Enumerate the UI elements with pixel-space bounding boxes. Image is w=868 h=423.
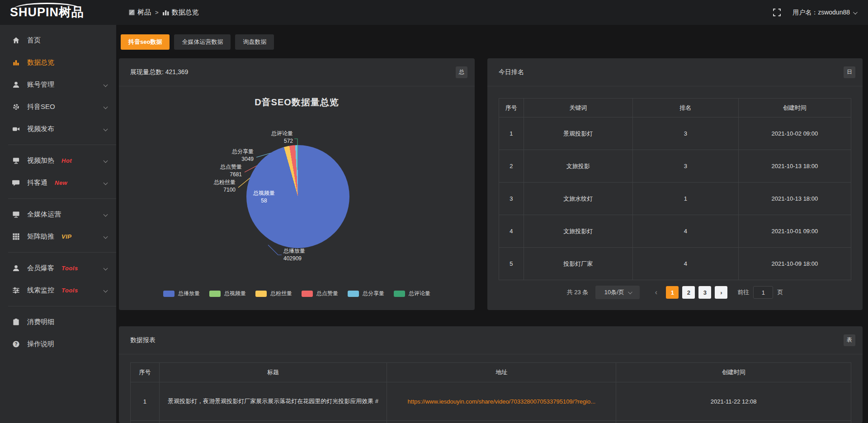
- report-header-cell: 地址: [387, 363, 616, 382]
- sidebar-divider: [8, 306, 116, 306]
- page-size-select[interactable]: 10条/页: [595, 286, 640, 299]
- report-header-cell: 标题: [159, 363, 387, 382]
- legend-item-shares[interactable]: 总分享量: [348, 290, 384, 297]
- sidebar-item-matrix-boost[interactable]: 矩阵助推 VIP: [0, 226, 116, 248]
- rank-cell: 4: [499, 215, 524, 248]
- vip-badge: VIP: [61, 233, 71, 240]
- sidebar-item-home[interactable]: 首页: [0, 29, 116, 52]
- legend-item-plays[interactable]: 总播放量: [163, 290, 200, 297]
- bar-chart-icon: [12, 59, 20, 66]
- sidebar-item-video-heat[interactable]: 视频加热 Hot: [0, 150, 116, 172]
- page-button-3[interactable]: 3: [698, 286, 711, 299]
- sidebar-item-video-publish[interactable]: 视频发布: [0, 118, 116, 140]
- seo-overview-panel: 展现量总数: 421,369 总 D音SEO数据量总览 总评论量572 总分享量…: [119, 58, 475, 310]
- chevron-down-icon: [104, 159, 108, 163]
- chevron-down-icon: [104, 235, 108, 239]
- rank-header-cell: 关键词: [524, 99, 632, 118]
- rank-cell: 1: [499, 118, 524, 150]
- report-cell-index: 1: [131, 382, 160, 421]
- sidebar-item-doukelton[interactable]: 抖客通 New: [0, 172, 116, 194]
- breadcrumb-item-current[interactable]: 数据总览: [163, 8, 199, 17]
- prev-page-button[interactable]: ‹: [650, 286, 662, 299]
- sidebar-item-spend-detail[interactable]: 消费明细: [0, 311, 116, 333]
- monitor-icon: [12, 211, 20, 218]
- sliders-icon: [12, 287, 20, 294]
- grid-icon: [12, 233, 20, 240]
- user-icon: [12, 264, 20, 272]
- goto-page-input[interactable]: [753, 286, 773, 299]
- tools-badge: Tools: [61, 265, 78, 272]
- legend-item-fans[interactable]: 总粉丝量: [255, 290, 292, 297]
- breadcrumb-item-root[interactable]: 树品: [129, 8, 151, 17]
- pagination: 共 23 条 10条/页 ‹ 1 2 3 › 前往 页: [499, 286, 851, 299]
- legend-item-videos[interactable]: 总视频量: [209, 290, 246, 297]
- rank-cell: 3: [633, 150, 739, 183]
- pie-label-plays: 总播放量402909: [283, 247, 324, 263]
- rank-header-row: 序号 关键词 排名 创建时间: [499, 99, 851, 118]
- rank-cell: 3: [633, 118, 739, 150]
- home-icon: [12, 37, 20, 44]
- sidebar-item-member-tools[interactable]: 会员爆客 Tools: [0, 257, 116, 279]
- app-window: SHUPIN树品 树品 > 数据总览 用户名：zswodun88 首页 数据总览: [0, 0, 868, 423]
- chevron-down-icon: [104, 212, 108, 217]
- username-menu[interactable]: 用户名：zswodun88: [793, 9, 856, 17]
- legend-swatch: [209, 291, 221, 297]
- report-table: 序号 标题 地址 创建时间 1 景观投影灯，夜游景观投影灯厂家展示展示落花灯在花…: [130, 362, 851, 423]
- screen-heat-icon: [12, 157, 20, 164]
- rank-cell: 2021-10-09 18:00: [738, 248, 851, 280]
- page-button-1[interactable]: 1: [666, 286, 679, 299]
- sidebar-item-media-ops[interactable]: 全媒体运营: [0, 203, 116, 226]
- sidebar-item-douyin-seo[interactable]: 抖音SEO: [0, 96, 116, 118]
- sidebar-item-lead-monitor[interactable]: 线索监控 Tools: [0, 279, 116, 301]
- rank-table-wrap: 序号 关键词 排名 创建时间 1 景观投影灯 3 2021-10-02 09:0…: [499, 98, 851, 280]
- rank-cell: 投影灯厂家: [524, 248, 632, 280]
- clipboard-icon: [12, 318, 20, 326]
- hot-badge: Hot: [61, 157, 72, 164]
- day-badge-button[interactable]: 日: [844, 66, 855, 78]
- legend-item-likes[interactable]: 总点赞量: [302, 290, 338, 297]
- sidebar-item-account[interactable]: 账号管理: [0, 74, 116, 96]
- rank-cell: 2021-10-13 18:00: [738, 150, 851, 183]
- tab-inquiry[interactable]: 询盘数据: [235, 34, 274, 50]
- total-badge-button[interactable]: 总: [456, 66, 467, 78]
- pie-label-videos: 总视频量58: [249, 189, 279, 205]
- pagination-total: 共 23 条: [567, 288, 589, 296]
- report-row-partial: [131, 421, 851, 423]
- today-rank-panel: 今日排名 日 序号 关键词 排名 创建时间 1 景观投影灯: [487, 58, 863, 310]
- rank-cell: 2021-10-13 18:00: [738, 183, 851, 215]
- next-page-button[interactable]: ›: [715, 286, 727, 299]
- rank-cell: 文旅水纹灯: [524, 183, 632, 215]
- legend-item-comments[interactable]: 总评论量: [394, 290, 430, 297]
- rank-cell: 2021-10-02 09:00: [738, 118, 851, 150]
- rank-header-cell: 序号: [499, 99, 524, 118]
- report-panel-title: 数据报表: [130, 336, 156, 344]
- legend-swatch: [394, 291, 405, 297]
- topbar: SHUPIN树品 树品 > 数据总览 用户名：zswodun88: [0, 0, 868, 25]
- impressions-total: 展现量总数: 421,369: [130, 68, 188, 76]
- goto-unit: 页: [777, 288, 783, 296]
- tab-douyin-seo[interactable]: 抖音seo数据: [121, 34, 170, 50]
- chevron-down-icon: [104, 266, 108, 271]
- chevron-down-icon: [104, 127, 108, 132]
- report-panel-header: 数据报表 表: [119, 326, 863, 354]
- sidebar-item-help[interactable]: ? 操作说明: [0, 333, 116, 355]
- rank-header-cell: 创建时间: [738, 99, 851, 118]
- report-header-cell: 创建时间: [616, 363, 851, 382]
- sidebar-divider: [8, 145, 116, 145]
- question-icon: ?: [12, 340, 20, 348]
- rank-cell: 3: [499, 183, 524, 215]
- pie-label-comments: 总评论量572: [261, 130, 293, 145]
- gear-icon: [12, 103, 20, 111]
- report-link[interactable]: https://www.iesdouyin.com/share/video/70…: [408, 398, 596, 405]
- sidebar-item-data-overview[interactable]: 数据总览: [0, 52, 116, 74]
- report-table-wrap: 序号 标题 地址 创建时间 1 景观投影灯，夜游景观投影灯厂家展示展示落花灯在花…: [130, 362, 851, 423]
- table-badge-button[interactable]: 表: [844, 334, 855, 346]
- tab-media-ops[interactable]: 全媒体运营数据: [174, 34, 231, 50]
- report-cell-time: 2021-11-22 12:08: [616, 382, 851, 421]
- page-button-2[interactable]: 2: [682, 286, 695, 299]
- rank-cell: 4: [633, 248, 739, 280]
- rank-cell: 文旅投影灯: [524, 215, 632, 248]
- data-report-panel: 数据报表 表 序号 标题 地址 创建时间 1 景观投影灯，夜游景观投影灯: [119, 326, 863, 423]
- video-camera-icon: [12, 125, 20, 133]
- fullscreen-icon[interactable]: [773, 9, 781, 16]
